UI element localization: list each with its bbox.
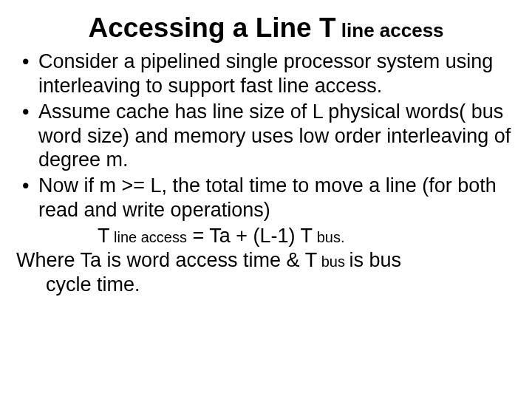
formula-lhs-T: T xyxy=(98,225,110,247)
bullet-3: Now if m >= L, the total time to move a … xyxy=(16,174,516,222)
bullet-3-text: Now if m >= L, the total time to move a … xyxy=(38,174,497,221)
formula-line: T line access = Ta + (L-1) T bus. xyxy=(16,224,516,248)
bullet-1: Consider a pipelined single processor sy… xyxy=(16,50,516,98)
closing-text: Where Ta is word access time & T bus is … xyxy=(16,248,516,297)
formula-eq: = Ta + (L-1) T xyxy=(187,225,313,247)
closing-sub: bus xyxy=(317,253,349,270)
formula-rhs-sub: bus. xyxy=(313,229,344,245)
closing-part-a: Where Ta is word access time & T xyxy=(16,249,317,271)
title-main: Accessing a Line T xyxy=(88,13,335,43)
formula-lhs-sub: line access xyxy=(110,229,188,245)
bullet-1-text: Consider a pipelined single processor sy… xyxy=(38,50,493,97)
slide-title: Accessing a Line T line access xyxy=(16,13,516,44)
bullet-2-text: Assume cache has line size of L physical… xyxy=(38,100,511,171)
slide-body: Consider a pipelined single processor sy… xyxy=(16,50,516,297)
closing-line2: cycle time. xyxy=(16,273,516,297)
closing-part-b: is bus xyxy=(349,249,402,271)
title-subscript: line access xyxy=(336,19,444,41)
bullet-2: Assume cache has line size of L physical… xyxy=(16,100,516,173)
slide: Accessing a Line T line access Consider … xyxy=(0,0,532,399)
